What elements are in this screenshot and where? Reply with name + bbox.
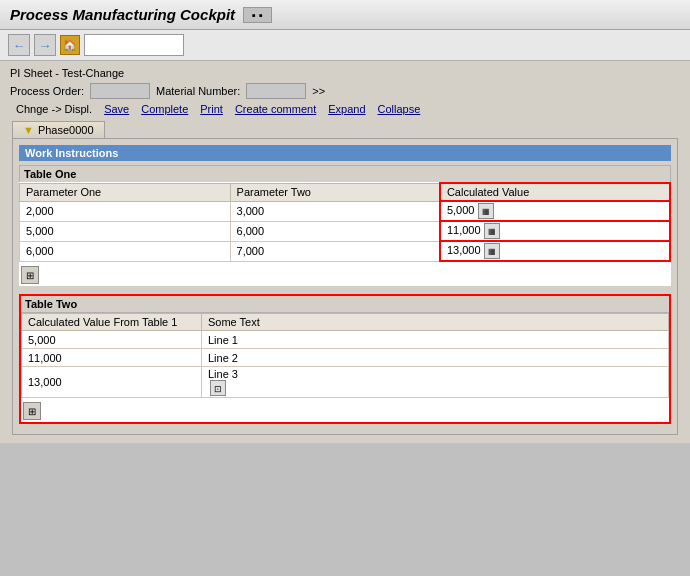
calculator-icon[interactable]: ▦ <box>484 243 500 259</box>
table-one: Parameter One Parameter Two Calculated V… <box>19 182 671 262</box>
menu-complete[interactable]: Complete <box>135 102 194 116</box>
table-two-text-cell[interactable] <box>202 349 669 367</box>
material-number-label: Material Number: <box>156 85 240 97</box>
forward-icon: → <box>39 38 52 53</box>
table-row: 2,0003,0005,000 ▦ <box>20 201 671 221</box>
table-row: 5,000 <box>22 331 669 349</box>
expand-icon[interactable]: ⊡ <box>210 380 226 396</box>
table-two-text-input[interactable] <box>208 368 662 380</box>
table-row: 6,0007,00013,000 ▦ <box>20 241 671 261</box>
table-two-text-input[interactable] <box>208 334 662 346</box>
menu-change-display[interactable]: Chnge -> Displ. <box>10 102 98 116</box>
table-two-text-cell[interactable]: ⊡ <box>202 367 669 398</box>
app-title: Process Manufacturing Cockpit <box>10 6 235 23</box>
table-one-col-calc: Calculated Value <box>440 183 670 201</box>
table-two-val-cell: 11,000 <box>22 349 202 367</box>
sap-home-button[interactable]: 🏠 <box>60 35 80 55</box>
forward-button[interactable]: → <box>34 34 56 56</box>
section-label: Work Instructions <box>25 147 118 159</box>
calc-value: 5,000 <box>447 204 475 216</box>
process-order-value <box>90 83 150 99</box>
calc-value: 13,000 <box>447 244 481 256</box>
info-row: Process Order: Material Number: >> <box>6 81 684 101</box>
breadcrumb: PI Sheet - Test-Change <box>6 65 684 81</box>
sap-home-icon: 🏠 <box>63 39 77 52</box>
table-two: Calculated Value From Table 1 Some Text … <box>21 313 669 398</box>
table-one-calc-cell: 5,000 ▦ <box>440 201 670 221</box>
table-two-text-input[interactable] <box>208 352 662 364</box>
main-panel: Work Instructions Table One Parameter On… <box>12 138 678 435</box>
toolbar-search-input[interactable] <box>84 34 184 56</box>
back-button[interactable]: ← <box>8 34 30 56</box>
calculator-icon[interactable]: ▦ <box>484 223 500 239</box>
content-area: PI Sheet - Test-Change Process Order: Ma… <box>0 61 690 443</box>
table-one-param2-cell: 3,000 <box>230 201 440 221</box>
process-order-label: Process Order: <box>10 85 84 97</box>
calc-value: 11,000 <box>447 224 481 236</box>
menu-collapse[interactable]: Collapse <box>372 102 427 116</box>
menu-bar: Chnge -> Displ. Save Complete Print Crea… <box>6 101 684 117</box>
tab-label: Phase0000 <box>38 124 94 136</box>
table-one-col-param2: Parameter Two <box>230 183 440 201</box>
table-two-text-cell[interactable] <box>202 331 669 349</box>
table-two-container: Table Two Calculated Value From Table 1 … <box>19 294 671 424</box>
table-two-col-calc: Calculated Value From Table 1 <box>22 314 202 331</box>
section-header: Work Instructions <box>19 145 671 161</box>
table-one-container: Table One Parameter One Parameter Two Ca… <box>19 165 671 286</box>
toolbar: ← → 🏠 <box>0 30 690 61</box>
tab-arrow-icon: ▼ <box>23 124 34 136</box>
menu-save[interactable]: Save <box>98 102 135 116</box>
table-one-add-row-button[interactable]: ⊞ <box>21 266 39 284</box>
table-one-param2-cell: 7,000 <box>230 241 440 261</box>
table-one-title: Table One <box>19 165 671 182</box>
table-one-param2-cell: 6,000 <box>230 221 440 241</box>
table-row: 11,000 <box>22 349 669 367</box>
menu-print[interactable]: Print <box>194 102 229 116</box>
table-one-calc-cell: 11,000 ▦ <box>440 221 670 241</box>
menu-create-comment[interactable]: Create comment <box>229 102 322 116</box>
table-one-param1-cell: 6,000 <box>20 241 231 261</box>
menu-expand[interactable]: Expand <box>322 102 371 116</box>
table-two-title: Table Two <box>21 296 669 313</box>
tab-area: ▼ Phase0000 <box>12 121 678 138</box>
table-row: 13,000 ⊡ <box>22 367 669 398</box>
calculator-icon[interactable]: ▦ <box>478 203 494 219</box>
table-one-param1-cell: 5,000 <box>20 221 231 241</box>
tab-phase0000[interactable]: ▼ Phase0000 <box>12 121 105 138</box>
back-icon: ← <box>13 38 26 53</box>
table-two-col-text: Some Text <box>202 314 669 331</box>
table-one-calc-cell: 13,000 ▦ <box>440 241 670 261</box>
table-two-val-cell: 13,000 <box>22 367 202 398</box>
material-number-value <box>246 83 306 99</box>
table-two-val-cell: 5,000 <box>22 331 202 349</box>
table-one-col-param1: Parameter One <box>20 183 231 201</box>
table-row: 5,0006,00011,000 ▦ <box>20 221 671 241</box>
navigate-arrow[interactable]: >> <box>312 85 325 97</box>
title-bar: Process Manufacturing Cockpit ▪ ▪ <box>0 0 690 30</box>
table-one-param1-cell: 2,000 <box>20 201 231 221</box>
table-two-add-row-button[interactable]: ⊞ <box>23 402 41 420</box>
app-badge: ▪ ▪ <box>243 7 272 23</box>
